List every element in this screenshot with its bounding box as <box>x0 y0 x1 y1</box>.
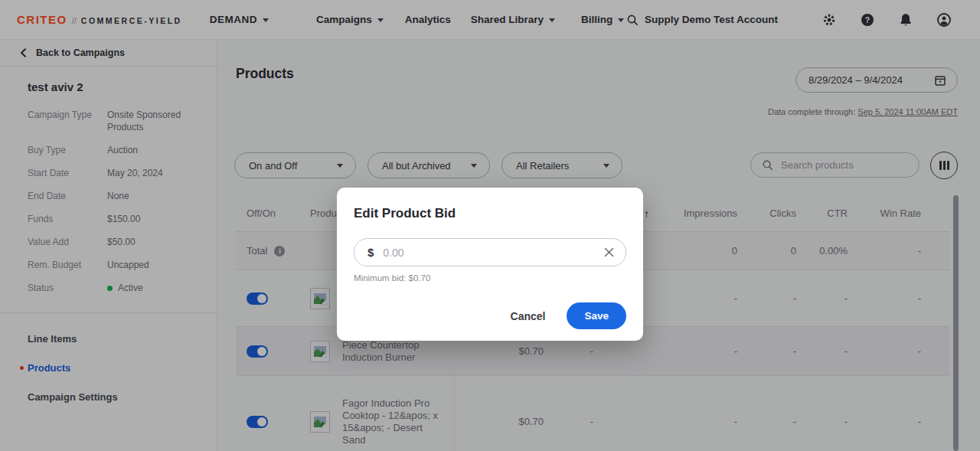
currency-symbol: $ <box>368 246 374 259</box>
app-screen: CRITEO // COMMERCE-YIELD DEMAND Campaign… <box>0 0 980 451</box>
minimum-bid-helper: Minimum bid: $0.70 <box>354 273 626 283</box>
bid-amount-input[interactable] <box>383 247 595 259</box>
clear-input-button[interactable] <box>604 247 614 257</box>
bid-amount-field[interactable]: $ <box>354 238 626 266</box>
edit-product-bid-modal: Edit Product Bid $ Minimum bid: $0.70 Ca… <box>337 188 643 341</box>
modal-actions: Cancel Save <box>354 302 626 329</box>
close-icon <box>604 247 614 257</box>
cancel-button[interactable]: Cancel <box>511 310 546 322</box>
modal-title: Edit Product Bid <box>354 206 626 221</box>
save-button[interactable]: Save <box>567 302 626 329</box>
